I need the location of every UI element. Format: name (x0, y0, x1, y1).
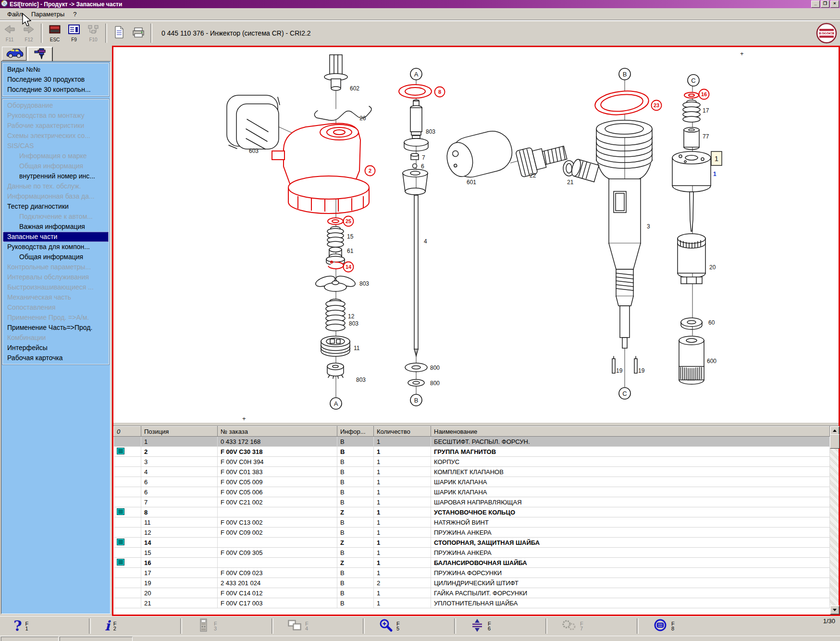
esitronic-window: { "window": {"title": "ESI[tronic] - Про… (0, 0, 840, 641)
table-scrollbar[interactable] (830, 426, 839, 615)
fkey-button-f6[interactable]: F6 (466, 618, 495, 634)
svg-text:800: 800 (430, 380, 440, 387)
toolbar-button-f9[interactable]: F9 (65, 23, 83, 44)
diagram-callout-circled-25[interactable]: 25 (344, 216, 354, 226)
close-button[interactable]: × (830, 0, 839, 8)
arrow-left-icon (3, 24, 16, 37)
diagram-callout-section-B[interactable]: B (619, 68, 630, 80)
column-header-attachment[interactable]: 0 (114, 427, 141, 437)
sidebar-item-19: Механическая часть (3, 292, 109, 302)
diagram-callout-section-A[interactable]: A (330, 398, 342, 409)
column-header-4[interactable]: Количество (374, 427, 431, 437)
toolbar-button-label: ESC (50, 37, 60, 42)
toolbar-button-f11[interactable]: F11 (0, 23, 19, 44)
fkey-button-f8[interactable]: F8 (649, 618, 679, 634)
parts-table-row[interactable]: 8Z1УСТАНОВОЧНОЕ КОЛЬЦО (114, 507, 830, 517)
bosch-logo: BOSCH (816, 23, 837, 46)
cell-info: B (337, 528, 374, 538)
pane-splitter[interactable] (113, 422, 839, 426)
diagram-callout-plain-6: 6 (421, 163, 424, 170)
exploded-parts-diagram[interactable]: 602266032251561148031280311803AA88037648… (113, 47, 839, 422)
diagram-callout-circled-2[interactable]: 2 (365, 166, 375, 176)
parts-table-row[interactable]: 2F 00V C30 318B1ГРУППА МАГНИТОВ (114, 447, 830, 457)
toolbar-button-document-icon[interactable] (110, 23, 128, 44)
column-header-3[interactable]: Инфор... (337, 427, 374, 437)
fkey-label: F2 (113, 621, 117, 631)
diagram-callout-section-A[interactable]: A (410, 68, 422, 80)
sidebar-item-14[interactable]: Руководства для компон... (3, 242, 109, 252)
sidebar-item-7[interactable]: внутренний номер инс... (3, 171, 109, 181)
parts-table-row[interactable]: 7F 00V C21 002B1ШАРОВАЯ НАПРАВЛЯЮЩАЯ (114, 497, 830, 507)
maximize-button[interactable]: ❐ (821, 0, 829, 8)
parts-table-row[interactable]: 17F 00V C09 023B1ПРУЖИНА ФОРСУНКИ (114, 568, 830, 578)
fkey-button-f1[interactable]: ?F1 (10, 618, 32, 634)
diagram-callout-section-C[interactable]: C (688, 75, 699, 86)
cell-name: ГАЙКА РАСПЫЛИТ. ФОРСУНКИ (431, 588, 830, 598)
diagram-callout-circled-16[interactable]: 16 (699, 89, 709, 100)
sidebar-item-top-0[interactable]: Виды №№ (3, 64, 109, 75)
sidebar-item-top-1[interactable]: Последние 30 продуктов (3, 75, 109, 85)
parts-table-row[interactable]: 16Z1БАЛАНСИРОВОЧНАЯ ШАЙБА (114, 558, 830, 568)
parts-table-row[interactable]: 6F 00V C05 009B1ШАРИК КЛАПАНА (114, 477, 830, 487)
content-pane: 602266032251561148031280311803AA88037648… (112, 46, 840, 616)
sidebar-item-23: Комбинации (3, 333, 109, 343)
sidebar-item-1: Руководства по монтажу (3, 111, 109, 121)
column-header-1[interactable]: Позиция (141, 427, 218, 437)
svg-text:601: 601 (467, 179, 476, 186)
menu-item-help[interactable]: ? (69, 9, 81, 19)
diagram-callout-section-B[interactable]: B (410, 394, 422, 406)
diagram-callout-circled-23[interactable]: 23 (652, 101, 662, 111)
fkey-button-f4[interactable]: F4 (284, 618, 312, 634)
parts-table-row[interactable]: 15F 00V C09 305B1ПРУЖИНА АНКЕРА (114, 548, 830, 558)
svg-text:+: + (740, 50, 744, 57)
menu-item-options[interactable]: Параметры (27, 9, 69, 19)
diagram-callout-section-C[interactable]: C (619, 388, 630, 399)
car-icon (5, 47, 24, 61)
sidebar-item-25[interactable]: Рабочая карточка (3, 353, 109, 363)
diagram-callout-circled-14[interactable]: 14 (344, 262, 354, 272)
diagram-callout-circled-8[interactable]: 8 (435, 87, 445, 97)
parts-table-row[interactable]: 3F 00V C0H 394B1КОРПУС (114, 457, 830, 467)
minimize-button[interactable]: _ (811, 0, 820, 8)
column-header-5[interactable]: Наименование (431, 427, 830, 437)
cell-quantity: 2 (374, 578, 431, 588)
parts-table-row[interactable]: 10 433 172 168B1БЕСШТИФТ. РАСПЫЛ. ФОРСУН… (114, 437, 830, 447)
toolbar-button-f10[interactable]: F10 (84, 23, 102, 44)
sidebar-item-4: SIS/CAS (3, 141, 109, 151)
sidebar-item-10[interactable]: Тестер диагностики (3, 201, 109, 212)
toolbar-button-printer-icon[interactable] (129, 23, 148, 44)
sidebar-tab-vehicles[interactable] (2, 47, 26, 61)
fkey-button-f5[interactable]: F5 (375, 618, 404, 634)
sidebar-item-12[interactable]: Важная информация (3, 222, 109, 232)
sidebar-item-24[interactable]: Интерфейсы (3, 343, 109, 353)
sidebar-tab-components[interactable] (27, 47, 53, 63)
parts-table-row[interactable]: 21F 00V C17 003B1УПЛОТНИТЕЛЬНАЯ ШАЙБА (114, 598, 830, 608)
toolbar-button-esc[interactable]: ESC (46, 23, 64, 44)
svg-text:21: 21 (567, 179, 574, 186)
parts-table-row[interactable]: 6F 00V C05 006B1ШАРИК КЛАПАНА (114, 487, 830, 497)
row-icon-cell (114, 578, 141, 588)
sidebar-item-15[interactable]: Общая информация (3, 252, 109, 262)
parts-table-row[interactable]: 11F 00V C13 002B1НАТЯЖНОЙ ВИНТ (114, 517, 830, 528)
diagram-callouts[interactable]: 602266032251561148031280311803AA88037648… (242, 50, 744, 422)
scroll-down-button[interactable] (830, 605, 840, 615)
sidebar-item-22[interactable]: Применение Часть=>Прод. (3, 323, 109, 333)
parts-table-header[interactable]: 0Позиция№ заказаИнфор...КоличествоНаимен… (114, 427, 830, 437)
fkey-button-f7[interactable]: F7 (557, 618, 587, 634)
fkey-label: F7 (580, 621, 583, 631)
parts-table-row[interactable]: 192 433 201 024B2ЦИЛИНДРИЧЕСКИЙ ШТИФТ (114, 578, 830, 588)
sidebar-item-13[interactable]: Запасные части (3, 232, 109, 242)
svg-text:B: B (623, 71, 627, 78)
parts-table-row[interactable]: 14Z1СТОПОРНАЯ, ЗАЩИТНАЯ ШАЙБА (114, 538, 830, 548)
scrollbar-thumb[interactable] (830, 434, 840, 449)
diagram-callout-plain-11: 11 (354, 345, 360, 352)
parts-table-row[interactable]: 12F 00V C09 002B1ПРУЖИНА АНКЕРА (114, 528, 830, 538)
parts-table-row[interactable]: 20F 00V C14 012B1ГАЙКА РАСПЫЛИТ. ФОРСУНК… (114, 588, 830, 598)
sidebar-item-8: Данные по тех. обслуж. (3, 181, 109, 191)
fkey-button-f2[interactable]: iF2 (101, 618, 120, 634)
parts-table-row[interactable]: 4F 00V C01 383B1КОМПЛЕКТ КЛАПАНОВ (114, 467, 830, 477)
column-header-2[interactable]: № заказа (218, 427, 337, 437)
cell-order-number: F 00V C09 305 (218, 548, 337, 558)
sidebar-item-top-2[interactable]: Последние 30 контрольн... (3, 85, 109, 95)
fkey-button-f3[interactable]: F3 (192, 618, 221, 634)
